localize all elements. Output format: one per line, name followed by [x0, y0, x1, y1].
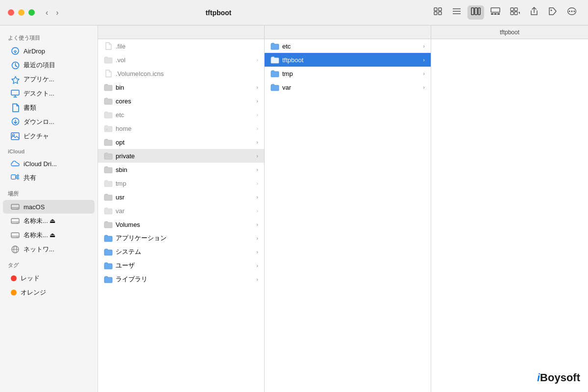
- file-item-private-name: private: [116, 152, 253, 160]
- folder-etc-icon: [104, 110, 113, 119]
- sidebar-item-airdrop[interactable]: AirDrop: [3, 44, 95, 58]
- sidebar-item-red-label: レッド: [21, 274, 40, 283]
- chevron-right-icon: ›: [423, 84, 425, 90]
- svg-rect-13: [497, 13, 500, 15]
- file-item-usr[interactable]: usr ›: [98, 190, 264, 204]
- file-item-vol[interactable]: .vol ›: [98, 53, 264, 67]
- folder-opt-icon: [104, 138, 113, 147]
- sidebar-item-network[interactable]: ネットワ...: [3, 243, 95, 256]
- red-tag-dot: [11, 275, 17, 281]
- file-item-cores-name: cores: [116, 98, 253, 105]
- file-item-etc[interactable]: etc ›: [98, 108, 264, 122]
- svg-rect-1: [439, 8, 441, 11]
- file-item-volumeicon[interactable]: .VolumeIcon.icns: [98, 67, 264, 80]
- file-item-library-name: ライブラリ: [116, 275, 253, 284]
- chevron-right-icon: ›: [256, 235, 258, 241]
- view-gallery-button[interactable]: [487, 5, 504, 20]
- file-item-home[interactable]: ⌂ home ›: [98, 122, 264, 135]
- svg-rect-7: [471, 8, 474, 15]
- doc-icon: [11, 103, 20, 112]
- sidebar-item-orange-tag[interactable]: オレンジ: [3, 286, 95, 299]
- svg-point-40: [17, 177, 19, 179]
- chevron-right-icon: ›: [256, 112, 258, 118]
- file-item-tmp-name: tmp: [116, 180, 253, 187]
- private-item-tftpboot[interactable]: tftpboot ›: [265, 53, 431, 67]
- svg-point-46: [17, 223, 18, 224]
- shared-icon: [11, 173, 20, 182]
- file-item-bin[interactable]: bin ›: [98, 80, 264, 94]
- sidebar-item-apps[interactable]: アプリケ...: [3, 73, 95, 86]
- folder-tftpboot-icon: [270, 55, 279, 64]
- sidebar-item-docs[interactable]: 書類: [3, 101, 95, 115]
- sidebar-item-recent[interactable]: 最近の項目: [3, 58, 95, 72]
- sidebar-item-shared[interactable]: 共有: [3, 171, 95, 185]
- sidebar-item-red-tag[interactable]: レッド: [3, 271, 95, 285]
- folder-etc2-icon: [270, 42, 279, 50]
- folder-tmp2-icon: [270, 69, 279, 78]
- view-list-button[interactable]: [449, 5, 465, 20]
- private-item-etc[interactable]: etc ›: [265, 39, 431, 53]
- svg-text:▾: ▾: [518, 10, 520, 15]
- private-column-header: [265, 25, 431, 39]
- file-item-vol-name: .vol: [116, 56, 253, 64]
- file-item-cores[interactable]: cores ›: [98, 94, 264, 108]
- chevron-right-icon: ›: [423, 57, 425, 63]
- tag-button[interactable]: [545, 5, 561, 20]
- file-item-opt[interactable]: opt ›: [98, 135, 264, 149]
- private-item-tmp-name: tmp: [282, 70, 420, 77]
- network-icon: [11, 245, 20, 254]
- file-item-applications[interactable]: アプリケーション ›: [98, 231, 264, 245]
- svg-rect-29: [11, 90, 19, 95]
- sidebar-item-recent-label: 最近の項目: [24, 61, 55, 70]
- preview-header: tftpboot: [431, 25, 588, 39]
- svg-text:⌂: ⌂: [106, 127, 108, 131]
- file-item-private[interactable]: private ›: [98, 149, 264, 163]
- file-item-system[interactable]: システム ›: [98, 245, 264, 259]
- sidebar-item-network-label: ネットワ...: [24, 245, 54, 254]
- root-file-list: .file .vol › .VolumeIcon.icns: [98, 39, 264, 392]
- file-item-dotfile[interactable]: .file: [98, 39, 264, 53]
- sidebar-item-pictures[interactable]: ピクチャ: [3, 129, 95, 143]
- preview-title: tftpboot: [500, 29, 519, 36]
- folder-private-icon: [104, 151, 113, 160]
- private-item-tmp[interactable]: tmp ›: [265, 67, 431, 80]
- sidebar-item-airdrop-label: AirDrop: [24, 48, 45, 55]
- sidebar-item-unnamed1[interactable]: 名称未... ⏏: [3, 214, 95, 228]
- svg-point-21: [571, 11, 573, 12]
- folder-apps-icon: [104, 234, 113, 243]
- root-column: .file .vol › .VolumeIcon.icns: [98, 25, 265, 392]
- sidebar-item-icloud-drive[interactable]: iCloud Dri...: [3, 157, 95, 171]
- private-item-etc-name: etc: [282, 43, 420, 50]
- share-button[interactable]: [526, 5, 542, 20]
- chevron-right-icon: ›: [256, 57, 258, 63]
- icns-icon: [104, 69, 113, 78]
- view-more-button[interactable]: ▾: [507, 5, 523, 20]
- sidebar-item-downloads[interactable]: ダウンロ...: [3, 115, 95, 129]
- private-item-tftpboot-name: tftpboot: [282, 56, 420, 64]
- pictures-icon: [11, 132, 20, 141]
- file-item-volumes[interactable]: Volumes ›: [98, 218, 264, 231]
- file-item-tmp[interactable]: tmp ›: [98, 176, 264, 190]
- file-item-users-name: ユーザ: [116, 261, 253, 270]
- folder-bin-icon: [104, 83, 113, 92]
- folder-system-icon: [104, 247, 113, 256]
- sidebar-item-desktop[interactable]: デスクト...: [3, 87, 95, 100]
- sidebar-item-unnamed2[interactable]: 名称未... ⏏: [3, 228, 95, 242]
- chevron-right-icon: ›: [256, 153, 258, 159]
- more-options-button[interactable]: [564, 5, 580, 20]
- file-item-volumes-name: Volumes: [116, 221, 253, 228]
- file-item-users[interactable]: ユーザ ›: [98, 259, 264, 272]
- clock-icon: [11, 61, 20, 70]
- file-item-sbin[interactable]: sbin ›: [98, 163, 264, 176]
- file-item-library[interactable]: ライブラリ ›: [98, 272, 264, 286]
- orange-tag-dot: [11, 290, 17, 295]
- view-grid-button[interactable]: [430, 5, 446, 20]
- sidebar-item-macos[interactable]: macOS: [3, 200, 95, 214]
- file-item-var[interactable]: var ›: [98, 204, 264, 218]
- private-item-var[interactable]: var ›: [265, 80, 431, 94]
- file-item-system-name: システム: [116, 247, 253, 256]
- folder-cores-icon: [104, 97, 113, 105]
- view-columns-button[interactable]: [467, 5, 484, 20]
- svg-rect-11: [491, 13, 493, 15]
- tags-header: タグ: [0, 257, 98, 271]
